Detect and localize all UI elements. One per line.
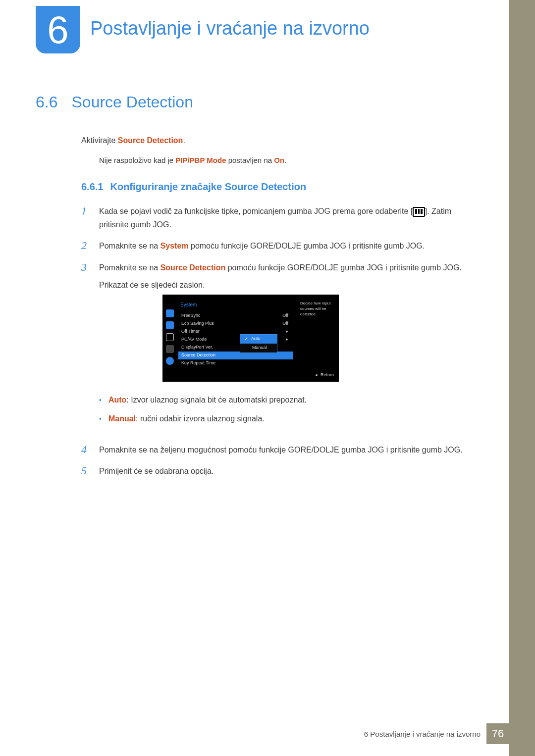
osd-row-label: Eco Saving Plus [181, 320, 214, 327]
page-content: 6.6 Source Detection Aktivirajte Source … [36, 93, 476, 486]
note-p2: postavljen na [226, 156, 274, 164]
osd-row: Key Repeat Time [178, 359, 293, 367]
subsection-title: Konfiguriranje značajke Source Detection [110, 181, 306, 193]
note-p1: Nije raspoloživo kad je [99, 156, 175, 164]
step3-b: pomoću funkcije GORE/DOLJE gumba JOG i p… [225, 263, 462, 272]
step-number: 1 [81, 204, 90, 231]
osd-row-value: Off [282, 312, 288, 319]
osd-row-label: Off Timer [181, 328, 200, 335]
step-body: Pomaknite se na željenu mogućnost pomoću… [99, 443, 463, 456]
step3-kw: Source Detection [160, 263, 226, 272]
bullet-text: : ručni odabir izvora ulaznog signala. [136, 414, 265, 423]
osd-row-label: Source Detection [181, 352, 215, 359]
osd-submenu-option-selected: ✓Auto [240, 335, 277, 344]
note-p3: . [284, 156, 286, 164]
osd-submenu-option: Manual [240, 344, 277, 353]
step2-a: Pomaknite se na [99, 242, 160, 250]
subsection-number: 6.6.1 [81, 181, 103, 193]
step-item: 5 Primijenit će se odabrana opcija. [81, 464, 476, 478]
picture-icon [166, 321, 174, 329]
footer-label: 6 Postavljanje i vraćanje na izvorno [364, 730, 481, 738]
back-arrow-icon: ◂ [315, 371, 318, 379]
osd-row-value: ▸ [286, 328, 288, 335]
intro-keyword: Source Detection [118, 136, 183, 145]
check-icon: ✓ [244, 335, 248, 343]
osd-menu-title: System [178, 300, 293, 312]
osd-row-label: DisplayPort Ver. [181, 344, 213, 351]
osd-row-label: FreeSync [181, 312, 201, 319]
osd-row-label: PC/AV Mode [181, 336, 207, 343]
gear-icon [166, 345, 174, 353]
osd-return-label: Return [321, 371, 334, 379]
subsection-heading: 6.6.1 Konfiguriranje značajke Source Det… [81, 181, 476, 193]
section-title: Source Detection [71, 93, 193, 111]
note-kw1: PIP/PBP Mode [175, 156, 226, 164]
osd-menu: System FreeSyncOff Eco Saving PlusOff Of… [177, 298, 296, 369]
step-body: Pomaknite se na Source Detection pomoću … [99, 261, 462, 435]
step-item: 3 Pomaknite se na Source Detection pomoć… [81, 261, 476, 435]
bullet-item: • Auto: Izvor ulaznog signala bit će aut… [99, 391, 462, 409]
osd-row-label: Key Repeat Time [181, 359, 215, 367]
osd-option-auto: Auto [251, 335, 261, 343]
step-number: 2 [81, 239, 90, 252]
step-item: 4 Pomaknite se na željenu mogućnost pomo… [81, 443, 476, 456]
bullet-body: Manual: ručni odabir izvora ulaznog sign… [108, 412, 265, 425]
chapter-title: Postavljanje i vraćanje na izvorno [90, 18, 370, 39]
step-list: 1 Kada se pojavi vodič za funkcijske tip… [81, 204, 476, 478]
side-stripe [509, 0, 535, 756]
note-kw2: On [274, 156, 284, 164]
osd-row: FreeSyncOff [178, 312, 293, 320]
info-icon [166, 357, 174, 365]
step-number: 5 [81, 464, 90, 478]
chapter-number-badge: 6 [36, 6, 80, 53]
section-heading: 6.6 Source Detection [36, 93, 476, 111]
osd-sidebar-icons [162, 298, 177, 369]
step-number: 3 [81, 261, 90, 435]
note-text: Nije raspoloživo kad je PIP/PBP Mode pos… [99, 156, 476, 164]
option-bullets: • Auto: Izvor ulaznog signala bit će aut… [99, 391, 462, 428]
osd-help-pane: Decide how input sources will be detecte… [296, 298, 339, 369]
step-body: Primijenit će se odabrana opcija. [99, 464, 214, 478]
step-item: 1 Kada se pojavi vodič za funkcijske tip… [81, 204, 476, 231]
osd-submenu: ✓Auto Manual [240, 334, 277, 353]
bullet-text: : Izvor ulaznog signala bit će automatsk… [126, 396, 307, 404]
step3-c: Prikazat će se sljedeći zaslon. [99, 281, 205, 289]
step-body: Kada se pojavi vodič za funkcijske tipke… [99, 204, 476, 231]
page-footer: 6 Postavljanje i vraćanje na izvorno 76 [364, 723, 509, 744]
step-number: 4 [81, 443, 90, 456]
step-body: Pomaknite se na System pomoću funkcije G… [99, 239, 425, 252]
menu-icon [413, 207, 425, 217]
bullet-dot-icon: • [99, 394, 102, 406]
osd-row-value: ▸ [286, 336, 288, 343]
bullet-body: Auto: Izvor ulaznog signala bit će autom… [108, 394, 307, 406]
osd-row-value: Off [282, 320, 288, 327]
step2-kw: System [160, 242, 189, 250]
bullet-kw: Manual [108, 414, 136, 423]
step-item: 2 Pomaknite se na System pomoću funkcije… [81, 239, 476, 252]
intro-pre: Aktivirajte [81, 136, 118, 145]
bullet-kw: Auto [108, 396, 126, 404]
osd-screenshot: System FreeSyncOff Eco Saving PlusOff Of… [162, 295, 339, 382]
bullet-dot-icon: • [99, 412, 102, 425]
step1-a: Kada se pojavi vodič za funkcijske tipke… [99, 207, 413, 215]
intro-text: Aktivirajte Source Detection. [81, 136, 476, 145]
osd-footer: ◂ Return [162, 369, 339, 382]
move-icon [166, 333, 174, 341]
intro-post: . [183, 136, 185, 145]
monitor-icon [166, 309, 174, 317]
osd-row: Eco Saving PlusOff [178, 320, 293, 328]
bullet-item: • Manual: ručni odabir izvora ulaznog si… [99, 409, 462, 428]
osd-option-manual: Manual [252, 344, 267, 352]
section-number: 6.6 [36, 93, 57, 111]
step3-a: Pomaknite se na [99, 263, 160, 272]
page-number-badge: 76 [486, 723, 509, 744]
step2-b: pomoću funkcije GORE/DOLJE gumba JOG i p… [189, 242, 425, 250]
